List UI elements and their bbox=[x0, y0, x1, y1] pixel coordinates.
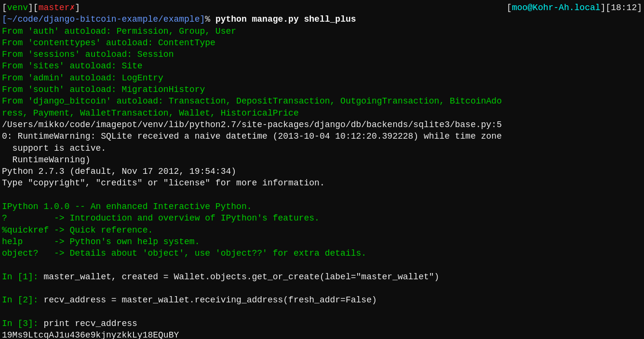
venv-master-label: [venv][master✗] bbox=[2, 2, 80, 13]
in1-line: In [1]: master_wallet, created = Wallet.… bbox=[0, 271, 644, 283]
from-sessions-line: From 'sessions' autoload: Session bbox=[0, 49, 644, 60]
ipython-help3-text: help -> Python's own help system. bbox=[2, 236, 200, 248]
from-contenttypes-text: From 'contenttypes' autoload: ContentTyp… bbox=[2, 37, 215, 49]
from-auth-line: From 'auth' autoload: Permission, Group,… bbox=[0, 26, 644, 37]
from-bitcoin-line2: ress, Payment, WalletTransaction, Wallet… bbox=[0, 107, 644, 119]
warning-class-text: RuntimeWarning) bbox=[2, 154, 91, 166]
from-contenttypes-line: From 'contenttypes' autoload: ContentTyp… bbox=[0, 37, 644, 49]
warning-path-line: /Users/mikko/code/imagepot/venv/lib/pyth… bbox=[0, 119, 644, 130]
in1-prompt: In [1]: bbox=[2, 271, 43, 283]
python-type-line: Type "copyright", "credits" or "license"… bbox=[0, 177, 644, 189]
from-auth-text: From 'auth' autoload: Permission, Group,… bbox=[2, 26, 236, 37]
ipython-help1-text: ? -> Introduction and overview of IPytho… bbox=[2, 212, 320, 224]
from-sessions-text: From 'sessions' autoload: Session bbox=[2, 49, 174, 60]
from-south-text: From 'south' autoload: MigrationHistory bbox=[2, 84, 205, 95]
prompt-line: [~/code/django-bitcoin-example/example]%… bbox=[0, 13, 644, 25]
warning-path-text: /Users/mikko/code/imagepot/venv/lib/pyth… bbox=[2, 119, 502, 130]
warning-text-line: 0: RuntimeWarning: SQLite received a nai… bbox=[0, 130, 644, 142]
ipython-help4-text: object? -> Details about 'object', use '… bbox=[2, 248, 366, 259]
from-sites-text: From 'sites' autoload: Site bbox=[2, 60, 143, 72]
in3-line: In [3]: print recv_address bbox=[0, 318, 644, 329]
from-bitcoin-text2: ress, Payment, WalletTransaction, Wallet… bbox=[2, 107, 299, 119]
from-admin-text: From 'admin' autoload: LogEntry bbox=[2, 72, 163, 84]
warning-class-line: RuntimeWarning) bbox=[0, 154, 644, 166]
blank-line-4 bbox=[0, 306, 644, 318]
ipython-help1-line: ? -> Introduction and overview of IPytho… bbox=[0, 212, 644, 224]
ipython-help2-line: %quickref -> Quick reference. bbox=[0, 224, 644, 236]
command-text: python manage.py shell_plus bbox=[215, 13, 356, 25]
from-south-line: From 'south' autoload: MigrationHistory bbox=[0, 84, 644, 95]
in2-prompt: In [2]: bbox=[2, 294, 43, 306]
cwd-path: [~/code/django-bitcoin-example/example] bbox=[2, 13, 205, 25]
from-bitcoin-text1: From 'django_bitcoin' autoload: Transact… bbox=[2, 95, 502, 107]
in3-prompt: In [3]: bbox=[2, 318, 43, 329]
blank-line-1 bbox=[0, 189, 644, 201]
from-bitcoin-line1: From 'django_bitcoin' autoload: Transact… bbox=[0, 95, 644, 107]
python-type-text: Type "copyright", "credits" or "license"… bbox=[2, 177, 325, 189]
terminal-window: [venv][master✗] [moo@Kohr-Ah.local][18:1… bbox=[0, 0, 644, 339]
in1-code: master_wallet, created = Wallet.objects.… bbox=[43, 271, 439, 283]
btc-address-line: 19Ms9LtcqAJ1u436e9kjnyzkkLy18EQuBY bbox=[0, 329, 644, 339]
ipython-banner-text: IPython 1.0.0 -- An enhanced Interactive… bbox=[2, 201, 252, 212]
ipython-banner-line: IPython 1.0.0 -- An enhanced Interactive… bbox=[0, 201, 644, 212]
ipython-help2-text: %quickref -> Quick reference. bbox=[2, 224, 153, 236]
warning-main-text: 0: RuntimeWarning: SQLite received a nai… bbox=[2, 130, 502, 142]
prompt-symbol: % bbox=[205, 13, 215, 25]
terminal-top-bar: [venv][master✗] [moo@Kohr-Ah.local][18:1… bbox=[0, 2, 644, 13]
btc-address-text: 19Ms9LtcqAJ1u436e9kjnyzkkLy18EQuBY bbox=[2, 329, 179, 339]
python-version-line: Python 2.7.3 (default, Nov 17 2012, 19:5… bbox=[0, 166, 644, 177]
blank-line-2 bbox=[0, 260, 644, 271]
from-sites-line: From 'sites' autoload: Site bbox=[0, 60, 644, 72]
in3-code: print recv_address bbox=[43, 318, 137, 329]
blank-line-3 bbox=[0, 283, 644, 294]
python-version-text: Python 2.7.3 (default, Nov 17 2012, 19:5… bbox=[2, 166, 236, 177]
from-admin-line: From 'admin' autoload: LogEntry bbox=[0, 72, 644, 84]
host-time-label: [moo@Kohr-Ah.local][18:12] bbox=[507, 2, 642, 13]
ipython-help3-line: help -> Python's own help system. bbox=[0, 236, 644, 248]
warning-support-text: support is active. bbox=[2, 143, 106, 154]
in2-code: recv_address = master_wallet.receiving_a… bbox=[43, 294, 376, 306]
warning-support-line: support is active. bbox=[0, 143, 644, 154]
in2-line: In [2]: recv_address = master_wallet.rec… bbox=[0, 294, 644, 306]
ipython-help4-line: object? -> Details about 'object', use '… bbox=[0, 248, 644, 259]
